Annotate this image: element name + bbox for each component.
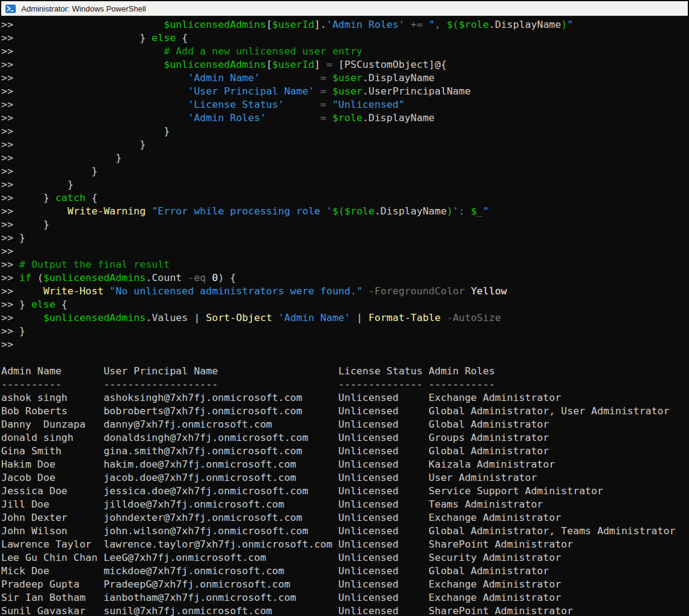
table-row-line: Jacob Doe jacob.doe@7xh7fj.onmicrosoft.c… — [1, 471, 689, 485]
code-line: >> } — [1, 218, 689, 231]
code-line: >> } — [1, 138, 689, 151]
table-row-line: Pradeep Gupta PradeepG@7xh7fj.onmicrosof… — [1, 578, 689, 591]
code-line: >> # Add a new unlicensed user entry — [1, 45, 689, 58]
table-row-line: Mick Doe mickdoe@7xh7fj.onmicrosoft.com … — [1, 565, 689, 578]
code-line: >> Write-Warning "Error while processing… — [1, 205, 689, 218]
code-line: >> 'User Principal Name' = $user.UserPri… — [1, 85, 689, 98]
terminal-output[interactable]: >> $unlicensedAdmins[$userId].'Admin Rol… — [0, 17, 689, 616]
table-row-line: Danny Dunzapa danny@7xh7fj.onmicrosoft.c… — [1, 418, 689, 431]
table-row-line: John Wilson john.wilson@7xh7fj.onmicroso… — [1, 525, 689, 538]
window-titlebar[interactable]: Administrator: Windows PowerShell — [0, 0, 689, 17]
table-row-line: Gina Smith gina.smith@7xh7fj.onmicrosoft… — [1, 445, 689, 458]
code-line: >> } — [1, 165, 689, 178]
code-line: >> $unlicensedAdmins[$userId].'Admin Rol… — [1, 18, 689, 31]
blank-line — [1, 351, 689, 365]
table-row-line: Sir Ian Botham ianbotham@7xh7fj.onmicros… — [1, 591, 689, 604]
table-row-line: John Dexter johndexter@7xh7fj.onmicrosof… — [1, 511, 689, 525]
powershell-icon — [5, 4, 16, 14]
code-line: >> } — [1, 178, 689, 191]
table-row-line: Lee Gu Chin Chan LeeG@7xh7fj.onmicrosoft… — [1, 551, 689, 565]
table-row-line: Lawrence Taylor lawrence.taylor@7xh7fj.o… — [1, 538, 689, 551]
table-row-line: Jessica Doe jessica.doe@7xh7fj.onmicroso… — [1, 485, 689, 498]
table-row-line: Hakim Doe hakim.doe@7xh7fj.onmicrosoft.c… — [1, 458, 689, 471]
table-row-line: Bob Roberts bobroberts@7xh7fj.onmicrosof… — [1, 405, 689, 418]
window-title: Administrator: Windows PowerShell — [21, 4, 146, 13]
code-line: >> } — [1, 231, 689, 245]
code-line: >> 'License Status' = "Unlicensed" — [1, 98, 689, 111]
table-row-line: donald singh donaldsingh@7xh7fj.onmicros… — [1, 431, 689, 445]
code-line: >> $unlicensedAdmins[$userId] = [PSCusto… — [1, 58, 689, 71]
table-row-line: ashok singh ashoksingh@7xh7fj.onmicrosof… — [1, 391, 689, 405]
code-line: >> } — [1, 151, 689, 165]
code-line: >> — [1, 245, 689, 258]
code-line: >> 'Admin Name' = $user.DisplayName — [1, 71, 689, 85]
code-line: >> # Output the final result — [1, 258, 689, 271]
code-line: >> } — [1, 325, 689, 338]
table-row-line: Sunil Gavaskar sunil@7xh7fj.onmicrosoft.… — [1, 604, 689, 616]
code-line: >> 'Admin Roles' = $role.DisplayName — [1, 111, 689, 125]
code-line: >> } catch { — [1, 191, 689, 205]
table-row-line: Jill Doe jilldoe@7xh7fj.onmicrosoft.com … — [1, 498, 689, 511]
code-line: >> } — [1, 125, 689, 138]
code-line: >> — [1, 338, 689, 351]
table-dash-line: ---------- ------------------- ---------… — [1, 378, 689, 391]
code-line: >> if ($unlicensedAdmins.Count -eq 0) { — [1, 271, 689, 285]
code-line: >> } else { — [1, 31, 689, 45]
code-line: >> } else { — [1, 298, 689, 311]
table-header-line: Admin Name User Principal Name License S… — [1, 365, 689, 378]
code-line: >> Write-Host "No unlicensed administrat… — [1, 285, 689, 298]
code-line: >> $unlicensedAdmins.Values | Sort-Objec… — [1, 311, 689, 325]
